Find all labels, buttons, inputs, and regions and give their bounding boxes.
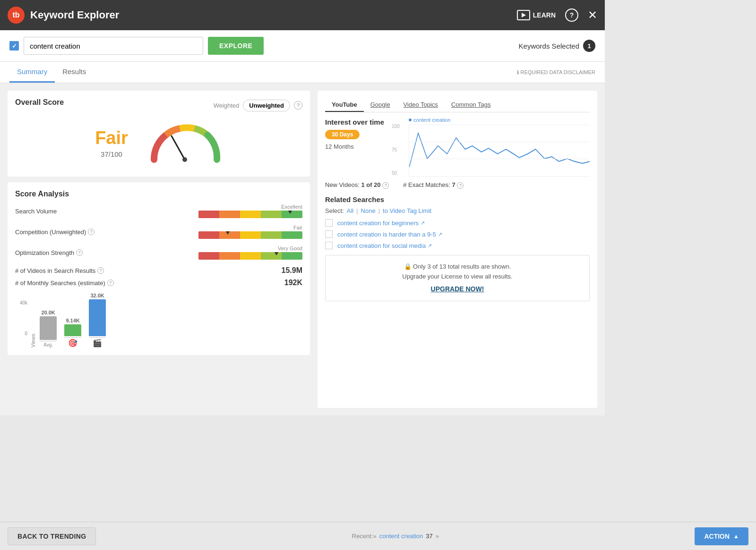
select-row: Select: All | None | to Video Tag Limit (325, 207, 590, 214)
legend-dot (409, 118, 412, 121)
time-12-months[interactable]: 12 Months (325, 143, 354, 150)
bar3 (89, 299, 106, 336)
search-area: ✓ EXPLORE Keywords Selected 1 (0, 30, 605, 62)
close-button[interactable]: ✕ (588, 9, 597, 21)
overall-score-title: Overall Score (15, 98, 64, 107)
search-item-3-link[interactable]: content creation for social media ↗ (337, 242, 432, 249)
select-video-tag-limit-link[interactable]: to Video Tag Limit (383, 207, 431, 214)
bar2 (64, 324, 81, 336)
unweighted-button[interactable]: Unweighted (243, 100, 290, 111)
ext-link-icon-1: ↗ (421, 220, 425, 226)
exact-matches-help-icon[interactable]: ? (457, 182, 464, 189)
overall-score-section: Overall Score Weighted Unweighted ? Fair… (8, 91, 310, 177)
learn-button[interactable]: LEARN (517, 10, 556, 20)
competition-marker (225, 231, 231, 235)
search-volume-marker (287, 211, 293, 214)
svg-line-0 (172, 136, 185, 160)
select-all-link[interactable]: All (347, 207, 353, 214)
search-item-1-link[interactable]: content creation for beginners ↗ (337, 220, 425, 227)
score-help-icon[interactable]: ? (294, 101, 302, 110)
score-analysis-title: Score Analysis (15, 190, 302, 198)
search-checkbox[interactable]: ✓ (9, 41, 19, 51)
new-videos-value: 1 of 20 (361, 181, 380, 188)
upgrade-box: 🔒 Only 3 of 13 total results are shown. … (325, 255, 590, 301)
optimization-marker (274, 252, 279, 255)
main-tabs-area: Summary Results ℹ REQUIRED DATA DISCLAIM… (0, 62, 605, 83)
svg-point-1 (182, 157, 187, 162)
bar2-icon: 🎯 (68, 338, 77, 347)
videos-label: # of Videos in Search Results ? (15, 267, 104, 274)
search-volume-bar-label: Excellent (281, 204, 302, 210)
y-50: 50 (392, 170, 400, 176)
time-30-days[interactable]: 30 Days (325, 130, 360, 139)
exact-matches-value: 7 (452, 181, 455, 188)
bar1-label: 20.0K (41, 310, 55, 315)
tab-summary[interactable]: Summary (9, 62, 55, 83)
select-none-link[interactable]: None (361, 207, 376, 214)
app-title: Keyword Explorer (30, 9, 119, 21)
header-right: LEARN ? ✕ (517, 8, 597, 22)
right-tabs: YouTube Google Video Topics Common Tags (325, 98, 590, 112)
bar1-axis: Avg. (43, 342, 53, 347)
tab-video-topics[interactable]: Video Topics (397, 98, 445, 112)
tab-results[interactable]: Results (55, 62, 94, 83)
score-fraction: 37/100 (95, 150, 128, 158)
upgrade-line2: Upgrade your License to view all results… (333, 273, 582, 280)
weighted-label: Weighted (214, 102, 240, 109)
upgrade-now-link[interactable]: UPGRADE NOW! (431, 285, 484, 293)
ext-link-icon-3: ↗ (428, 243, 432, 249)
optimization-bar-label: Very Good (278, 245, 302, 251)
help-button[interactable]: ? (565, 8, 578, 22)
header-left: tb Keyword Explorer (8, 7, 119, 24)
explore-button[interactable]: EXPLORE (208, 37, 264, 55)
main-tabs: Summary Results (9, 62, 94, 83)
score-text: Fair 37/100 (95, 128, 128, 158)
new-videos-help-icon[interactable]: ? (382, 182, 389, 189)
tab-google[interactable]: Google (364, 98, 397, 112)
y-100: 100 (392, 124, 400, 129)
keywords-count-badge: 1 (583, 40, 595, 52)
competition-label: Competition (Unweighted) ? (15, 228, 94, 236)
search-volume-label: Search Volume (15, 208, 57, 215)
main-content: Overall Score Weighted Unweighted ? Fair… (0, 83, 605, 415)
play-triangle-icon (522, 13, 526, 17)
optimization-bar (198, 252, 302, 260)
monthly-row: # of Monthly Searches (estimate) ? 192K (15, 279, 302, 287)
tab-youtube[interactable]: YouTube (325, 98, 364, 112)
videos-row: # of Videos in Search Results ? 15.9M (15, 266, 302, 275)
checkmark-icon: ✓ (12, 42, 17, 50)
tab-common-tags[interactable]: Common Tags (445, 98, 498, 112)
score-analysis-section: Score Analysis Search Volume Excellent (8, 182, 310, 355)
search-volume-bar (198, 211, 302, 218)
legend-label: content creation (413, 117, 450, 123)
search-item-3-checkbox[interactable] (325, 242, 333, 249)
chart-y-40k: 40k (20, 300, 27, 305)
chart-y-0: 0 (20, 331, 27, 336)
play-icon (517, 10, 530, 20)
search-item-2-checkbox[interactable] (325, 230, 333, 238)
optimization-label: Optimization Strength ? (15, 249, 83, 256)
search-item-1: content creation for beginners ↗ (325, 219, 590, 227)
competition-bar-area: Fair (198, 225, 302, 239)
right-panel: YouTube Google Video Topics Common Tags … (318, 91, 597, 408)
y-75: 75 (392, 147, 400, 152)
optimization-help-icon[interactable]: ? (76, 249, 83, 256)
videos-help-icon[interactable]: ? (97, 267, 104, 274)
header: tb Keyword Explorer LEARN ? ✕ (0, 0, 605, 30)
chart-y-label: Views (30, 334, 36, 347)
logo: tb (8, 7, 25, 24)
search-volume-row: Search Volume Excellent (15, 204, 302, 218)
exact-matches-metric: # Exact Matches: 7 ? (403, 181, 464, 189)
search-input[interactable] (24, 37, 203, 55)
bar3-label: 32.0K (90, 293, 104, 298)
views-chart: 40k 0 Views 20.0K Avg. 9.14K (15, 293, 302, 347)
monthly-help-icon[interactable]: ? (107, 279, 114, 286)
monthly-value: 192K (269, 279, 302, 287)
search-left: ✓ EXPLORE (9, 37, 264, 55)
metrics-row: New Videos: 1 of 20 ? # Exact Matches: 7… (325, 181, 590, 189)
search-item-1-checkbox[interactable] (325, 219, 333, 227)
score-display: Fair 37/100 (15, 117, 302, 169)
search-item-2-link[interactable]: content creation is harder than a 9-5 ↗ (337, 231, 442, 238)
bar2-label: 9.14K (66, 318, 79, 323)
competition-help-icon[interactable]: ? (88, 228, 94, 235)
